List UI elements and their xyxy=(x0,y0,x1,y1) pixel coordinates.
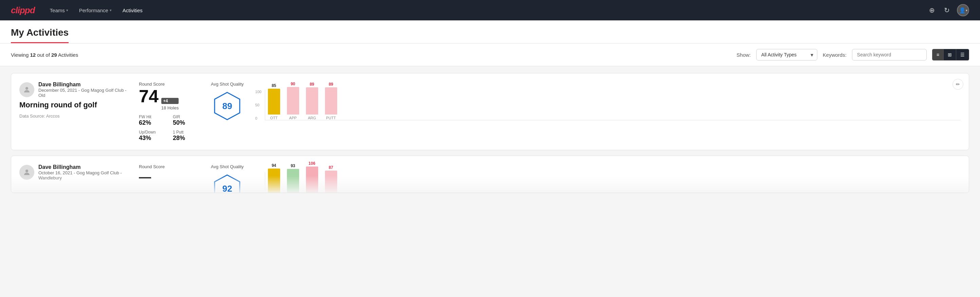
grid-view-button[interactable]: ⊞ xyxy=(943,49,956,60)
add-icon[interactable]: ⊕ xyxy=(927,5,937,15)
bar-label-app: 90 xyxy=(291,81,295,86)
page-header: My Activities xyxy=(0,21,980,43)
user-date: December 05, 2021 - Gog Magog Golf Club … xyxy=(38,88,128,98)
bar-group-arg: 89 ARG xyxy=(306,82,318,120)
bar-label-ott: 85 xyxy=(272,83,276,88)
compact-view-button[interactable]: ☰ xyxy=(956,49,969,60)
bar-group-ott: 85 OTT xyxy=(268,83,280,120)
edit-button[interactable]: ✏ xyxy=(953,79,963,90)
keywords-label: Keywords: xyxy=(823,52,846,58)
activity-card: Dave Billingham December 05, 2021 - Gog … xyxy=(11,73,969,150)
bar-putt xyxy=(325,87,337,115)
bars-container: 85 OTT 90 APP 89 xyxy=(265,90,961,120)
oneputt-label: 1 Putt xyxy=(173,130,200,134)
bar-chart: 100 50 0 85 OTT 90 xyxy=(255,83,961,120)
show-label: Show: xyxy=(737,52,751,58)
bar-x-arg: ARG xyxy=(308,116,316,120)
data-source: Data Source: Arccos xyxy=(19,113,128,118)
toolbar: Viewing 12 out of 29 Activities Show: Al… xyxy=(0,43,980,66)
user-avatar-button[interactable]: 👤 ▾ xyxy=(957,4,969,16)
avg-shot-quality: Avg Shot Quality 89 100 50 0 xyxy=(211,81,961,121)
user-row: Dave Billingham December 05, 2021 - Gog … xyxy=(19,81,128,98)
nav-links: Teams ▾ Performance ▾ Activities xyxy=(46,5,916,16)
nav-right: ⊕ ↻ 👤 ▾ xyxy=(927,4,969,16)
avg-shot-quality-label-2: Avg Shot Quality xyxy=(211,164,244,169)
round-score-stats: Round Score 74 +4 18 Holes FW Hit 62% GI… xyxy=(139,81,200,142)
viewing-count: Viewing 12 out of 29 Activities xyxy=(11,52,78,58)
bar-app xyxy=(287,87,299,115)
search-input[interactable] xyxy=(852,49,927,61)
hexagon: 89 xyxy=(212,91,242,121)
bar-x-app: APP xyxy=(289,116,297,120)
gir-value: 50% xyxy=(173,119,200,126)
oneputt-stat: 1 Putt 28% xyxy=(173,130,200,142)
updown-value: 43% xyxy=(139,134,166,142)
toolbar-right: Show: All Activity Types Keywords: ≡ ⊞ ☰ xyxy=(737,49,969,61)
nav-teams[interactable]: Teams ▾ xyxy=(46,5,72,16)
hexagon-value: 89 xyxy=(223,101,232,112)
bar-label-arg: 89 xyxy=(310,82,314,87)
gir-label: GIR xyxy=(173,115,200,119)
fw-hit-value: 62% xyxy=(139,119,166,126)
svg-point-2 xyxy=(25,169,28,172)
avatar xyxy=(19,82,34,97)
gir-stat: GIR 50% xyxy=(173,115,200,126)
round-score-value: 74 xyxy=(139,87,159,105)
performance-chevron-icon: ▾ xyxy=(110,8,112,13)
card-left: Dave Billingham December 05, 2021 - Gog … xyxy=(19,81,128,118)
app-logo[interactable]: clippd xyxy=(11,5,35,16)
y-axis: 100 50 0 xyxy=(255,90,261,120)
stat-grid: FW Hit 62% GIR 50% Up/Down 43% 1 Putt 28… xyxy=(139,115,200,142)
nav-activities[interactable]: Activities xyxy=(119,5,147,16)
fw-hit-stat: FW Hit 62% xyxy=(139,115,166,126)
svg-point-0 xyxy=(25,87,28,90)
bar-x-ott: OTT xyxy=(270,116,278,120)
updown-label: Up/Down xyxy=(139,130,166,134)
activity-type-select[interactable]: All Activity Types xyxy=(756,49,817,61)
score-row: 74 +4 18 Holes xyxy=(139,87,200,110)
holes-text: 18 Holes xyxy=(161,105,178,110)
refresh-icon[interactable]: ↻ xyxy=(942,5,951,15)
nav-performance[interactable]: Performance ▾ xyxy=(75,5,116,16)
user-name: Dave Billingham xyxy=(38,81,128,88)
round-score-label: Round Score xyxy=(139,81,200,87)
round-score-label-2: Round Score xyxy=(139,164,200,169)
hexagon-wrapper: Avg Shot Quality 89 xyxy=(211,81,244,121)
user-name-2: Dave Billingham xyxy=(38,164,128,170)
bar-label-putt: 89 xyxy=(329,82,333,87)
bar-ott xyxy=(268,89,280,115)
avatar-chevron-icon: ▾ xyxy=(966,8,967,12)
user-info: Dave Billingham December 05, 2021 - Gog … xyxy=(38,81,128,98)
navbar: clippd Teams ▾ Performance ▾ Activities … xyxy=(0,0,980,21)
score-details: +4 18 Holes xyxy=(161,98,178,110)
bar-group-putt: 89 PUTT xyxy=(325,82,337,120)
bar-arg xyxy=(306,87,318,115)
activity-card-2: Dave Billingham October 16, 2021 - Gog M… xyxy=(11,156,969,193)
list-view-button[interactable]: ≡ xyxy=(932,49,943,60)
bar-group-app: 90 APP xyxy=(287,81,299,120)
teams-chevron-icon: ▾ xyxy=(66,8,68,13)
activity-type-select-wrapper: All Activity Types xyxy=(756,49,817,61)
oneputt-value: 28% xyxy=(173,134,200,142)
bar-x-putt: PUTT xyxy=(326,116,336,120)
view-toggle: ≡ ⊞ ☰ xyxy=(932,49,969,61)
user-icon: 👤 xyxy=(959,7,966,14)
page-title: My Activities xyxy=(11,27,68,43)
score-badge: +4 xyxy=(161,98,178,104)
fw-hit-label: FW Hit xyxy=(139,115,166,119)
activity-title: Morning round of golf xyxy=(19,101,128,109)
fade-overlay xyxy=(11,176,969,193)
activities-list: Dave Billingham December 05, 2021 - Gog … xyxy=(0,66,980,200)
updown-stat: Up/Down 43% xyxy=(139,130,166,142)
hexagon-value-2: 92 xyxy=(223,184,232,193)
avg-shot-quality-label: Avg Shot Quality xyxy=(211,81,244,87)
